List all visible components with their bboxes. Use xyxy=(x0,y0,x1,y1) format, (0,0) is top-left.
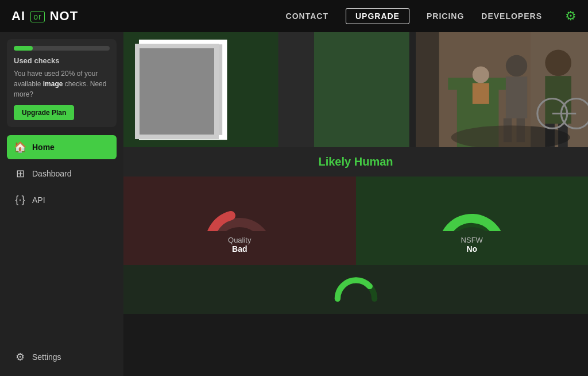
gauge-card-quality: Quality Bad xyxy=(123,177,356,265)
result-label: Likely Human xyxy=(123,147,588,177)
sidebar-settings-label: Settings xyxy=(32,352,61,362)
nav-contact[interactable]: CONTACT xyxy=(286,11,328,21)
sidebar-settings[interactable]: ⚙ Settings xyxy=(7,345,117,369)
svg-rect-1 xyxy=(123,32,278,147)
home-icon: 🏠 xyxy=(14,141,26,154)
svg-rect-9 xyxy=(448,78,508,90)
logo: AI or NOT xyxy=(11,9,78,24)
gauge-quality-svg xyxy=(199,188,280,231)
usage-bar-fill xyxy=(14,46,33,51)
usage-bar-container xyxy=(14,46,110,51)
gauge-quality-value: Bad xyxy=(232,244,247,254)
svg-rect-7 xyxy=(153,51,216,129)
sidebar-item-dashboard[interactable]: ⊞ Dashboard xyxy=(7,162,117,186)
sidebar-item-api[interactable]: {·} API xyxy=(7,188,117,212)
svg-rect-2 xyxy=(278,32,314,147)
svg-rect-3 xyxy=(314,32,409,147)
bottom-gauge-row xyxy=(123,265,588,314)
sidebar-settings-icon: ⚙ xyxy=(14,351,26,363)
gauge-nsfw-container xyxy=(432,188,512,231)
svg-rect-8 xyxy=(457,84,499,147)
main-image-wrapper xyxy=(123,32,588,147)
logo-or: or xyxy=(30,11,44,22)
image-svg xyxy=(123,32,588,147)
logo-not: NOT xyxy=(50,9,78,23)
usage-title: Used checks xyxy=(14,56,110,65)
nav-upgrade[interactable]: UPGRADE xyxy=(346,8,409,24)
usage-card: Used checks You have used 20% of your av… xyxy=(7,39,117,127)
upgrade-plan-button[interactable]: Upgrade Plan xyxy=(14,105,74,120)
nav-links: CONTACT UPGRADE PRICING DEVELOPERS ⚙ xyxy=(286,8,577,24)
gauge-nsfw-value: No xyxy=(466,244,477,254)
gauge-nsfw-label: NSFW xyxy=(461,236,483,244)
bottom-gauge-card xyxy=(123,265,588,314)
sidebar-bottom: ⚙ Settings xyxy=(7,345,117,369)
analyzed-image xyxy=(123,32,588,147)
sidebar-item-api-label: API xyxy=(32,195,45,205)
sidebar-item-home-label: Home xyxy=(32,143,55,152)
dashboard-icon: ⊞ xyxy=(14,167,26,180)
bottom-gauge-partial-svg xyxy=(316,277,396,302)
svg-rect-4 xyxy=(409,32,439,147)
svg-point-10 xyxy=(506,55,527,76)
api-icon: {·} xyxy=(14,194,26,206)
svg-rect-13 xyxy=(517,118,525,142)
nav-pricing[interactable]: PRICING xyxy=(427,11,464,21)
nav-developers[interactable]: DEVELOPERS xyxy=(481,11,542,21)
sidebar-item-dashboard-label: Dashboard xyxy=(32,169,72,178)
gauge-nsfw-svg xyxy=(432,188,512,231)
sidebar: Used checks You have used 20% of your av… xyxy=(0,32,123,376)
sidebar-item-home[interactable]: 🏠 Home xyxy=(7,135,117,159)
svg-rect-11 xyxy=(506,76,527,118)
gauge-quality-label: Quality xyxy=(228,236,251,244)
gauge-card-nsfw: NSFW No xyxy=(356,177,589,265)
svg-rect-12 xyxy=(504,118,512,142)
usage-desc: You have used 20% of your available imag… xyxy=(14,68,110,99)
svg-rect-23 xyxy=(473,83,489,104)
sidebar-nav: 🏠 Home ⊞ Dashboard {·} API xyxy=(7,135,117,345)
logo-ai: AI xyxy=(11,9,25,23)
svg-point-22 xyxy=(473,67,489,83)
gauges-row: Quality Bad NSFW No xyxy=(123,177,588,265)
main-layout: Used checks You have used 20% of your av… xyxy=(0,32,588,376)
usage-desc-bold: image xyxy=(43,80,63,88)
svg-rect-6 xyxy=(141,42,225,137)
top-nav: AI or NOT CONTACT UPGRADE PRICING DEVELO… xyxy=(0,0,588,32)
gauge-quality-container xyxy=(199,188,280,231)
svg-point-14 xyxy=(545,50,571,76)
content-area: Likely Human Quality Bad xyxy=(123,32,588,376)
settings-gear-icon[interactable]: ⚙ xyxy=(565,9,577,24)
